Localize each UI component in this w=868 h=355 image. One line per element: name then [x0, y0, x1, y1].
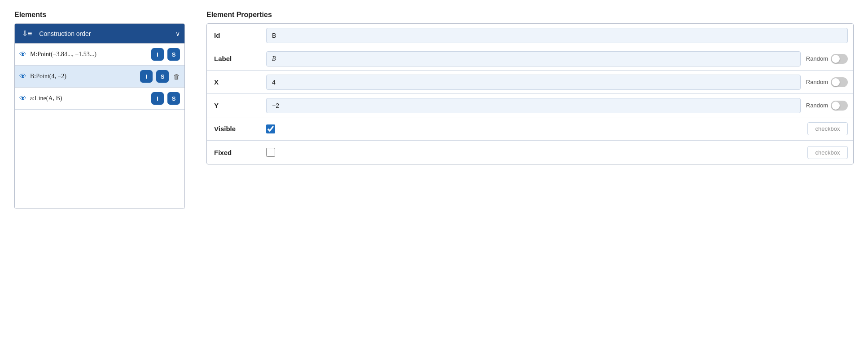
y-row: Y Random: [207, 94, 853, 117]
visibility-icon[interactable]: 👁: [19, 50, 26, 58]
element-name: M:Point(−3.84..., −1.53...): [30, 51, 148, 58]
sort-icon: ⇩≡: [22, 29, 32, 38]
settings-button[interactable]: S: [167, 92, 180, 105]
x-random-area: Random: [806, 77, 848, 87]
table-row[interactable]: 👁 B:Point(4, −2) I S 🗑: [15, 66, 184, 88]
elements-panel: Elements ⇩≡ Construction order ∨ 👁 M:Poi…: [14, 11, 185, 209]
empty-area: [15, 110, 184, 209]
fixed-value-area: checkbox: [261, 142, 853, 163]
fixed-checkbox[interactable]: [266, 148, 275, 157]
x-random-label: Random: [806, 79, 828, 85]
label-random-area: Random: [806, 54, 848, 64]
table-row: 👁 M:Point(−3.84..., −1.53...) I S: [15, 44, 184, 66]
id-label: Id: [207, 26, 261, 44]
id-input[interactable]: [266, 28, 848, 43]
visibility-icon[interactable]: 👁: [19, 72, 26, 80]
x-random-toggle[interactable]: [831, 77, 848, 87]
y-label: Y: [207, 96, 261, 115]
visible-checkbox-area: checkbox: [266, 122, 848, 135]
settings-button[interactable]: S: [156, 70, 169, 83]
fixed-label: Fixed: [207, 143, 261, 162]
label-input[interactable]: [266, 51, 801, 67]
visible-row: Visible checkbox: [207, 117, 853, 141]
properties-title: Element Properties: [206, 11, 854, 19]
elements-header: ⇩≡ Construction order ∨: [15, 24, 184, 44]
fixed-checkbox-btn[interactable]: checkbox: [807, 146, 848, 159]
fixed-checkbox-area: checkbox: [266, 146, 848, 159]
sort-button[interactable]: ⇩≡: [19, 27, 35, 40]
elements-table: ⇩≡ Construction order ∨ 👁 M:Point(−3.84.…: [14, 23, 185, 209]
fixed-row: Fixed checkbox: [207, 141, 853, 164]
label-value-area: Random: [261, 48, 853, 70]
visible-checkbox-btn[interactable]: checkbox: [807, 122, 848, 135]
visible-checkbox[interactable]: [266, 124, 275, 133]
visible-label: Visible: [207, 120, 261, 138]
y-random-area: Random: [806, 101, 848, 111]
visibility-icon[interactable]: 👁: [19, 94, 26, 102]
label-label: Label: [207, 49, 261, 68]
properties-panel: Element Properties Id Label Random: [206, 11, 854, 164]
info-button[interactable]: I: [151, 92, 164, 105]
y-value-area: Random: [261, 94, 853, 117]
x-label: X: [207, 73, 261, 91]
header-label: Construction order: [39, 30, 171, 37]
y-random-toggle[interactable]: [831, 101, 848, 111]
x-row: X Random: [207, 71, 853, 94]
chevron-down-icon: ∨: [175, 30, 180, 37]
table-row: 👁 a:Line(A, B) I S: [15, 88, 184, 110]
info-button[interactable]: I: [140, 70, 153, 83]
properties-table: Id Label Random X: [206, 23, 854, 164]
element-name: a:Line(A, B): [30, 95, 148, 102]
id-row: Id: [207, 24, 853, 47]
x-value-area: Random: [261, 71, 853, 93]
label-random-toggle[interactable]: [831, 54, 848, 64]
visible-value-area: checkbox: [261, 119, 853, 139]
label-row: Label Random: [207, 47, 853, 71]
y-input[interactable]: [266, 98, 801, 113]
settings-button[interactable]: S: [167, 48, 180, 61]
delete-icon[interactable]: 🗑: [173, 73, 180, 80]
y-random-label: Random: [806, 102, 828, 109]
info-button[interactable]: I: [151, 48, 164, 61]
id-value-area: [261, 24, 853, 47]
element-name: B:Point(4, −2): [30, 73, 136, 80]
x-input[interactable]: [266, 75, 801, 90]
label-random-label: Random: [806, 55, 828, 62]
elements-title: Elements: [14, 11, 185, 19]
